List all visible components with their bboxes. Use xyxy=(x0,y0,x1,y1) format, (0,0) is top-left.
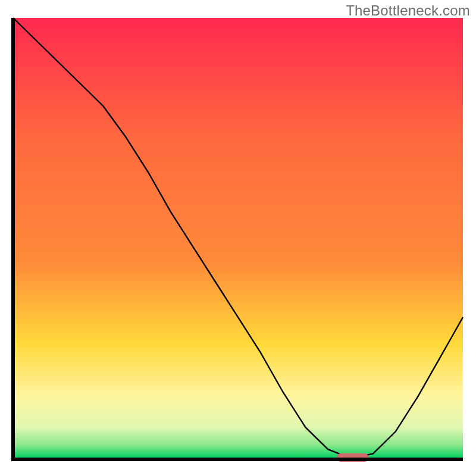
plot-area xyxy=(13,18,463,462)
chart-svg xyxy=(0,0,476,476)
bottleneck-chart: TheBottleneck.com xyxy=(0,0,476,476)
watermark-text: TheBottleneck.com xyxy=(346,2,470,19)
